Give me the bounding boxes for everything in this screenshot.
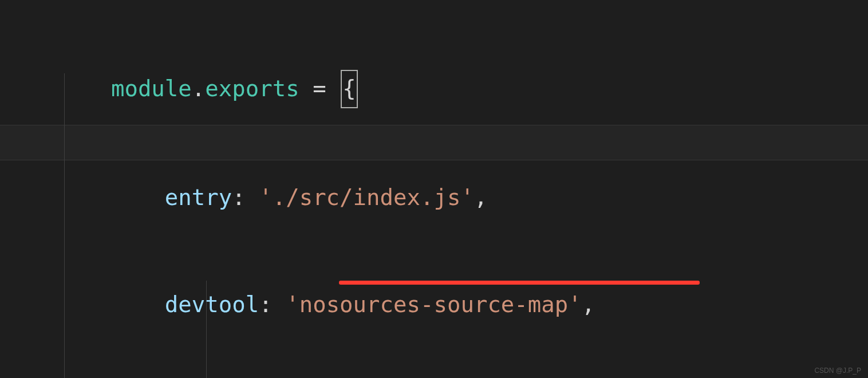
indent <box>111 292 165 317</box>
code-line-2[interactable]: entry: './src/index.js', <box>57 144 868 251</box>
indent <box>111 184 165 210</box>
watermark: CSDN @J.P_P <box>814 367 861 375</box>
code-editor[interactable]: module.exports = { entry: './src/index.j… <box>0 0 868 378</box>
token-colon: : <box>259 292 286 317</box>
cursor-brace: { <box>341 70 357 108</box>
token-property: exports <box>205 76 299 101</box>
token-colon: : <box>232 184 259 210</box>
token-comma: , <box>474 184 487 210</box>
red-underline-annotation <box>339 281 700 285</box>
token-string: 'nosources-source-map' <box>286 292 582 317</box>
token-key: devtool <box>165 292 259 317</box>
token-string: './src/index.js' <box>259 184 474 210</box>
token-dot: . <box>192 76 205 101</box>
token-variable: module <box>111 76 192 101</box>
token-key: entry <box>165 184 232 210</box>
token-comma: , <box>582 292 595 317</box>
token-operator: = <box>299 76 340 101</box>
code-line-3[interactable]: devtool: 'nosources-source-map', <box>57 251 868 378</box>
code-line-1[interactable]: module.exports = { <box>57 34 868 144</box>
